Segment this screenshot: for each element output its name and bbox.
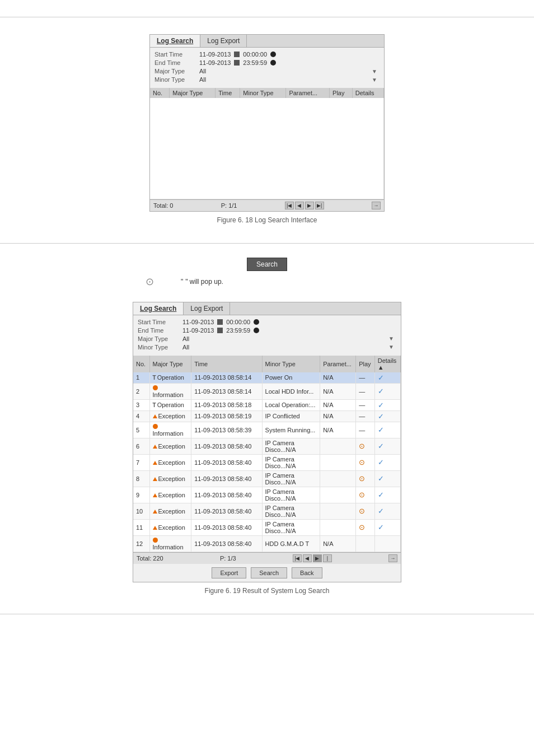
end-time-calendar-icon-1[interactable] <box>234 60 240 66</box>
cell-no: 12 <box>133 535 149 552</box>
cell-time: 11-09-2013 08:58:14 <box>191 383 262 399</box>
back-button[interactable]: Back <box>292 567 322 578</box>
cell-time: 11-09-2013 08:58:18 <box>191 399 262 410</box>
export-button[interactable]: Export <box>212 567 246 578</box>
minor-type-value-1[interactable]: All <box>199 76 372 83</box>
cell-details[interactable]: ✓ <box>374 399 400 410</box>
log-table-2: No. Major Type Time Minor Type Paramet..… <box>133 356 401 552</box>
minor-chevron-2[interactable]: ▼ <box>388 344 394 350</box>
end-cal-icon-2[interactable] <box>217 328 223 333</box>
cell-play[interactable]: ⊙ <box>356 519 375 535</box>
nav-prev-1[interactable]: ◀ <box>295 202 304 209</box>
cell-details[interactable]: ✓ <box>374 422 400 438</box>
cell-major: Exception <box>149 519 191 535</box>
cell-details[interactable]: ✓ <box>374 503 400 519</box>
table-row[interactable]: 5Information11-09-2013 08:58:39System Ru… <box>133 422 401 438</box>
table-row[interactable]: 1TOperation11-09-2013 08:58:14Power OnN/… <box>133 372 401 384</box>
cell-minor: IP Camera Disco...N/A <box>262 519 320 535</box>
tab-log-search-1[interactable]: Log Search <box>150 35 200 47</box>
cell-no: 4 <box>133 410 149 422</box>
nav-last-2[interactable]: | <box>323 554 332 562</box>
tab-log-export-2[interactable]: Log Export <box>184 302 230 315</box>
major-type-row-1: Major Type All ▼ <box>154 68 380 74</box>
log-form-1: Start Time 11-09-2013 00:00:00 End Time … <box>150 48 384 88</box>
cell-play: — <box>356 383 375 399</box>
log-tabs-1: Log Search Log Export <box>150 35 384 48</box>
table-row[interactable]: 8Exception11-09-2013 08:58:40IP Camera D… <box>133 470 401 487</box>
cell-details[interactable]: ✓ <box>374 454 400 470</box>
cell-no: 11 <box>133 519 149 535</box>
nav-last-1[interactable]: ▶| <box>315 202 324 209</box>
table-row[interactable]: 9Exception11-09-2013 08:58:40IP Camera D… <box>133 487 401 503</box>
cell-param: N/A <box>320 383 356 399</box>
nav-prev-2[interactable]: ◀ <box>303 554 312 562</box>
start-time-calendar-icon-1[interactable] <box>234 52 240 57</box>
log-form-2: Start Time 11-09-2013 00:00:00 End Time … <box>133 315 401 356</box>
end-date-2[interactable]: 11-09-2013 <box>182 327 214 334</box>
table-row[interactable]: 7Exception11-09-2013 08:58:40IP Camera D… <box>133 454 401 470</box>
table-row[interactable]: 2Information11-09-2013 08:58:14Local HDD… <box>133 383 401 399</box>
cell-details[interactable]: ✓ <box>374 470 400 487</box>
nav-next-1[interactable]: ▶ <box>305 202 314 209</box>
cell-play[interactable]: ⊙ <box>356 438 375 454</box>
tab-log-search-2[interactable]: Log Search <box>133 302 184 315</box>
end-time-date-1[interactable]: 11-09-2013 <box>199 59 231 66</box>
cell-time: 11-09-2013 08:58:40 <box>191 487 262 503</box>
minor-type-row-2: Minor Type All ▼ <box>138 344 396 351</box>
cell-no: 8 <box>133 470 149 487</box>
major-type-value-1[interactable]: All <box>199 68 372 74</box>
table-row[interactable]: 10Exception11-09-2013 08:58:40IP Camera … <box>133 503 401 519</box>
minor-type-label-2: Minor Type <box>138 344 182 351</box>
tab-log-export-1[interactable]: Log Export <box>200 35 247 47</box>
search-button-2[interactable]: Search <box>251 567 287 578</box>
table-row[interactable]: 4Exception11-09-2013 08:58:19IP Conflict… <box>133 410 401 422</box>
table-row[interactable]: 3TOperation11-09-2013 08:58:18Local Oper… <box>133 399 401 410</box>
cell-details[interactable]: ✓ <box>374 372 400 384</box>
minor-type-label-1: Minor Type <box>154 76 199 83</box>
end-time-row-2: End Time 11-09-2013 23:59:59 <box>138 327 396 334</box>
cell-details[interactable]: ✓ <box>374 487 400 503</box>
end-time-time-1[interactable]: 23:59:59 <box>243 59 267 66</box>
nav-extra-2[interactable]: → <box>388 554 397 562</box>
start-time-2[interactable]: 00:00:00 <box>226 319 250 325</box>
cell-play[interactable]: ⊙ <box>356 487 375 503</box>
major-type-value-2[interactable]: All <box>182 335 388 342</box>
cell-no: 7 <box>133 454 149 470</box>
cell-details[interactable]: ✓ <box>374 438 400 454</box>
start-time-date-1[interactable]: 11-09-2013 <box>199 51 231 58</box>
end-time-2[interactable]: 23:59:59 <box>226 327 250 334</box>
th-no-1: No. <box>150 88 170 98</box>
major-type-chevron-1[interactable]: ▼ <box>372 68 377 74</box>
cell-details[interactable]: ✓ <box>374 410 400 422</box>
nav-next-2[interactable]: ▶ <box>313 554 322 562</box>
nav-first-1[interactable]: |◀ <box>285 202 294 209</box>
cell-details[interactable]: ✓ <box>374 519 400 535</box>
table-row[interactable]: 11Exception11-09-2013 08:58:40IP Camera … <box>133 519 401 535</box>
table-row[interactable]: 6Exception11-09-2013 08:58:40IP Camera D… <box>133 438 401 454</box>
cell-details[interactable]: ✓ <box>374 383 400 399</box>
minor-type-value-2[interactable]: All <box>182 344 388 351</box>
start-date-2[interactable]: 11-09-2013 <box>182 319 214 325</box>
cell-play[interactable]: ⊙ <box>356 454 375 470</box>
th-minor-2: Minor Type <box>262 356 320 372</box>
cell-play[interactable]: ⊙ <box>356 503 375 519</box>
nav-extra-1[interactable]: → <box>372 202 381 209</box>
cell-param <box>320 487 356 503</box>
figure1-label: Figure 6. 18 Log Search Interface <box>34 216 500 224</box>
footer-page-1: P: 1/1 <box>221 202 237 209</box>
start-time-time-1[interactable]: 00:00:00 <box>243 51 267 58</box>
log-table-wrap-1: No. Major Type Time Minor Type Paramet..… <box>150 88 384 199</box>
start-cal-icon-2[interactable] <box>217 319 223 325</box>
cell-play[interactable]: ⊙ <box>356 470 375 487</box>
cell-minor: HDD G.M.A.D T <box>262 535 320 552</box>
cell-major: Information <box>149 383 191 399</box>
search-button[interactable]: Search <box>247 258 287 271</box>
major-chevron-2[interactable]: ▼ <box>388 335 394 342</box>
cell-time: 11-09-2013 08:58:40 <box>191 535 262 552</box>
table-row[interactable]: 12Information11-09-2013 08:58:40HDD G.M.… <box>133 535 401 552</box>
cell-param: N/A <box>320 410 356 422</box>
nav-first-2[interactable]: |◀ <box>293 554 302 562</box>
minor-type-chevron-1[interactable]: ▼ <box>372 77 377 83</box>
major-type-label-2: Major Type <box>138 335 182 342</box>
camera-icon: ⊙ <box>146 276 154 288</box>
